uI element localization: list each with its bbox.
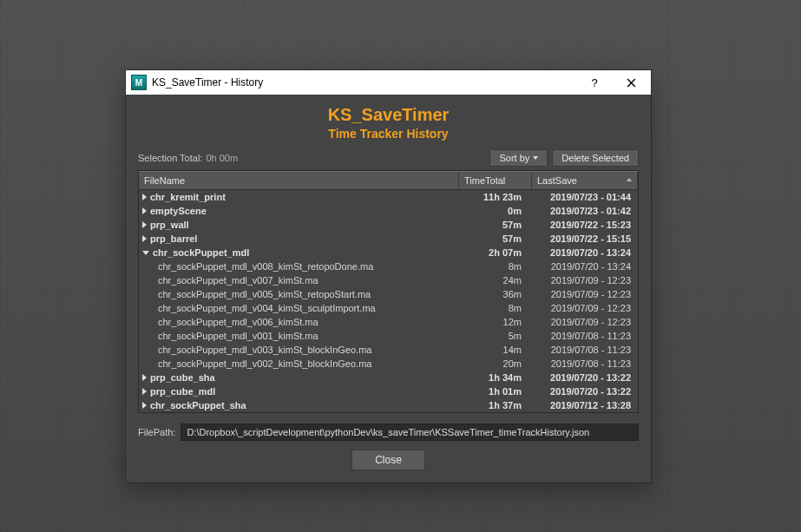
- expand-icon[interactable]: [142, 207, 147, 214]
- expand-icon[interactable]: [142, 221, 147, 228]
- cell-filename: chr_sockPuppet_mdl_v006_kimSt.ma: [139, 317, 459, 327]
- filename-text: chr_sockPuppet_mdl_v004_kimSt_sculptImpo…: [158, 303, 376, 313]
- cell-filename: chr_sockPuppet_mdl_v002_kimSt_blockInGeo…: [139, 358, 459, 369]
- table-row-child[interactable]: chr_sockPuppet_mdl_v001_kimSt.ma5m2019/0…: [139, 329, 638, 343]
- toolbar: Selection Total: 0h 00m Sort by Delete S…: [138, 149, 639, 167]
- cell-timetotal: 8m: [459, 303, 532, 313]
- column-header-lastsave[interactable]: LastSave: [532, 172, 638, 189]
- filename-text: chr_sockPuppet_mdl_v005_kimSt_retopoStar…: [158, 289, 371, 299]
- maya-viewport: M KS_SaveTimer - History ? KS_SaveTimer …: [0, 0, 801, 532]
- delete-selected-button[interactable]: Delete Selected: [552, 149, 639, 167]
- filename-text: prp_barrel: [150, 233, 197, 244]
- cell-filename: prp_wall: [139, 220, 459, 230]
- column-header-lastsave-label: LastSave: [537, 175, 577, 186]
- table-body: chr_kremit_print11h 23m2019/07/23 - 01:4…: [139, 190, 638, 412]
- chevron-down-icon: [533, 156, 538, 160]
- cell-timetotal: 20m: [459, 358, 532, 369]
- cell-timetotal: 57m: [459, 233, 532, 244]
- cell-lastsave: 2019/07/08 - 11:23: [532, 345, 638, 355]
- filename-text: chr_sockPuppet_sha: [150, 400, 246, 410]
- filename-text: chr_sockPuppet_mdl_v002_kimSt_blockInGeo…: [158, 358, 371, 369]
- window-title: KS_SaveTimer - History: [152, 76, 576, 89]
- cell-timetotal: 24m: [459, 275, 532, 286]
- cell-filename: chr_kremit_print: [139, 192, 459, 202]
- table-row-child[interactable]: chr_sockPuppet_mdl_v005_kimSt_retopoStar…: [139, 287, 638, 301]
- table-row[interactable]: chr_sockPuppet_mdl2h 07m2019/07/20 - 13:…: [139, 246, 638, 259]
- cell-filename: prp_cube_mdl: [139, 386, 459, 397]
- cell-timetotal: 14m: [459, 345, 532, 355]
- filepath-label: FilePath:: [138, 427, 175, 437]
- filename-text: chr_sockPuppet_mdl_v003_kimSt_blockInGeo…: [158, 345, 371, 355]
- cell-lastsave: 2019/07/09 - 12:23: [532, 303, 638, 313]
- collapse-icon[interactable]: [142, 251, 149, 255]
- selection-total-label: Selection Total:: [138, 153, 202, 163]
- cell-lastsave: 2019/07/22 - 15:23: [532, 220, 638, 230]
- filename-text: chr_sockPuppet_mdl_v001_kimSt.ma: [158, 331, 318, 341]
- cell-filename: chr_sockPuppet_mdl: [139, 247, 459, 258]
- cell-timetotal: 12m: [459, 317, 532, 327]
- table-row[interactable]: prp_barrel57m2019/07/22 - 15:15: [139, 232, 638, 246]
- cell-timetotal: 1h 37m: [459, 400, 532, 410]
- cell-filename: chr_sockPuppet_mdl_v001_kimSt.ma: [139, 331, 459, 341]
- cell-lastsave: 2019/07/20 - 13:24: [532, 261, 638, 272]
- filename-text: chr_kremit_print: [150, 192, 226, 202]
- table-row-child[interactable]: chr_sockPuppet_mdl_v004_kimSt_sculptImpo…: [139, 301, 638, 315]
- cell-lastsave: 2019/07/20 - 13:24: [532, 247, 638, 258]
- cell-timetotal: 5m: [459, 331, 532, 341]
- sort-by-button[interactable]: Sort by: [489, 149, 548, 167]
- page-title: KS_SaveTimer: [138, 105, 639, 125]
- table-row[interactable]: chr_kremit_print11h 23m2019/07/23 - 01:4…: [139, 190, 638, 204]
- table-row[interactable]: chr_sockPuppet_sha1h 37m2019/07/12 - 13:…: [139, 398, 638, 412]
- close-icon: [627, 78, 636, 88]
- table-header: FileName TimeTotal LastSave: [139, 171, 638, 190]
- table-row-child[interactable]: chr_sockPuppet_mdl_v003_kimSt_blockInGeo…: [139, 343, 638, 357]
- cell-filename: chr_sockPuppet_mdl_v004_kimSt_sculptImpo…: [139, 303, 459, 313]
- cell-timetotal: 1h 01m: [459, 386, 532, 397]
- table-row-child[interactable]: chr_sockPuppet_mdl_v007_kimSt.ma24m2019/…: [139, 273, 638, 287]
- filename-text: emptyScene: [150, 206, 207, 216]
- history-table: FileName TimeTotal LastSave chr_kremit_p…: [138, 170, 639, 413]
- cell-lastsave: 2019/07/08 - 11:23: [532, 331, 638, 341]
- cell-filename: prp_cube_sha: [139, 372, 459, 383]
- titlebar[interactable]: M KS_SaveTimer - History ?: [126, 70, 651, 95]
- close-row: Close: [138, 450, 639, 470]
- expand-icon[interactable]: [142, 194, 147, 200]
- table-row-child[interactable]: chr_sockPuppet_mdl_v008_kimSt_retopoDone…: [139, 259, 638, 273]
- cell-timetotal: 0m: [459, 206, 532, 216]
- filepath-input[interactable]: [181, 424, 639, 441]
- table-row[interactable]: prp_cube_sha1h 34m2019/07/20 - 13:22: [139, 371, 638, 384]
- cell-lastsave: 2019/07/23 - 01:44: [532, 192, 638, 202]
- table-row[interactable]: prp_wall57m2019/07/22 - 15:23: [139, 218, 638, 232]
- expand-icon[interactable]: [142, 374, 147, 381]
- filename-text: chr_sockPuppet_mdl_v006_kimSt.ma: [158, 317, 318, 327]
- cell-filename: prp_barrel: [139, 233, 459, 244]
- cell-filename: chr_sockPuppet_mdl_v007_kimSt.ma: [139, 275, 459, 286]
- column-header-filename[interactable]: FileName: [139, 172, 459, 189]
- column-header-timetotal[interactable]: TimeTotal: [459, 172, 532, 189]
- cell-lastsave: 2019/07/09 - 12:23: [532, 317, 638, 327]
- cell-filename: chr_sockPuppet_mdl_v003_kimSt_blockInGeo…: [139, 345, 459, 355]
- table-row[interactable]: emptyScene0m2019/07/23 - 01:42: [139, 204, 638, 218]
- table-row-child[interactable]: chr_sockPuppet_mdl_v002_kimSt_blockInGeo…: [139, 357, 638, 371]
- cell-timetotal: 57m: [459, 220, 532, 230]
- cell-timetotal: 2h 07m: [459, 247, 532, 258]
- table-row[interactable]: prp_cube_mdl1h 01m2019/07/20 - 13:22: [139, 384, 638, 398]
- expand-icon[interactable]: [142, 388, 147, 395]
- cell-filename: chr_sockPuppet_sha: [139, 400, 459, 410]
- help-button[interactable]: ?: [576, 70, 613, 95]
- filepath-row: FilePath:: [138, 424, 639, 441]
- history-window: M KS_SaveTimer - History ? KS_SaveTimer …: [125, 69, 652, 483]
- table-row-child[interactable]: chr_sockPuppet_mdl_v006_kimSt.ma12m2019/…: [139, 315, 638, 329]
- window-close-button[interactable]: [613, 70, 649, 95]
- cell-lastsave: 2019/07/09 - 12:23: [532, 275, 638, 286]
- expand-icon[interactable]: [142, 235, 147, 242]
- close-button[interactable]: Close: [351, 450, 425, 470]
- cell-filename: chr_sockPuppet_mdl_v008_kimSt_retopoDone…: [139, 261, 459, 272]
- cell-filename: chr_sockPuppet_mdl_v005_kimSt_retopoStar…: [139, 289, 459, 299]
- delete-selected-label: Delete Selected: [561, 153, 629, 163]
- expand-icon[interactable]: [142, 402, 147, 409]
- filename-text: chr_sockPuppet_mdl_v008_kimSt_retopoDone…: [158, 261, 373, 272]
- filename-text: prp_cube_mdl: [150, 386, 215, 397]
- page-subtitle: Time Tracker History: [138, 127, 639, 141]
- cell-timetotal: 11h 23m: [459, 192, 532, 202]
